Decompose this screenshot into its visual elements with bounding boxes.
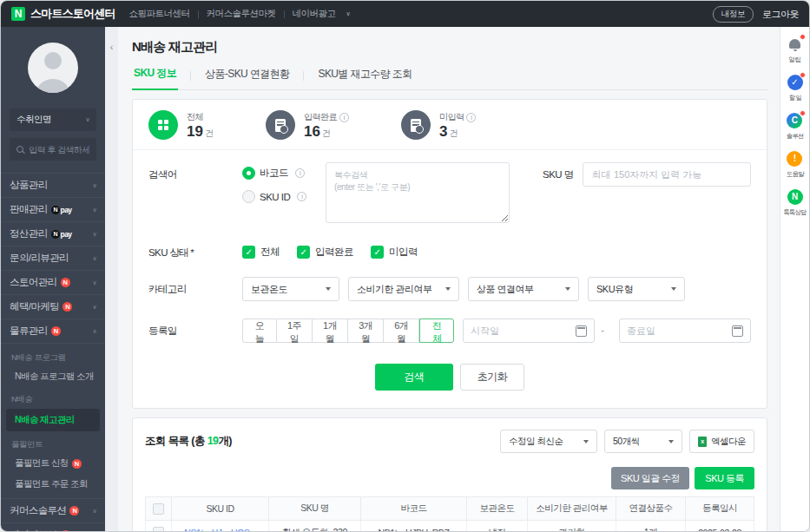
select-expiry-mgmt[interactable]: 소비기한 관리여부 xyxy=(348,277,459,301)
sidebar-item-benefit-marketing[interactable]: 혜택/마케팅 ∨ xyxy=(1,294,105,319)
calendar-icon[interactable] xyxy=(576,325,587,337)
checkbox-entered[interactable]: 입력완료 xyxy=(297,246,353,259)
sidebar-search-input[interactable] xyxy=(29,145,89,154)
info-icon[interactable] xyxy=(466,113,476,122)
my-info-button[interactable]: 내정보 xyxy=(713,6,754,23)
chevron-down-icon: ∨ xyxy=(92,255,96,262)
top-link-naver-ad[interactable]: 네이버광고 xyxy=(293,8,336,20)
select-storage-temp[interactable]: 보관온도 xyxy=(242,277,339,301)
select-sku-type[interactable]: SKU유형 xyxy=(588,277,685,301)
new-badge xyxy=(61,530,70,531)
excel-download-button[interactable]: 엑셀다운 xyxy=(689,430,754,453)
tab-sku-info[interactable]: SKU 정보 xyxy=(132,66,178,90)
checkbox-all[interactable]: 전체 xyxy=(242,246,280,259)
rail-item-help[interactable]: ! 도움말 xyxy=(786,150,805,179)
info-icon[interactable] xyxy=(295,168,305,178)
search-button[interactable]: 검색 xyxy=(375,364,453,391)
top-link-shopping-partner[interactable]: 쇼핑파트너센터 xyxy=(129,8,190,20)
checked-icon xyxy=(297,246,310,259)
date-range-segment: 오늘 1주일 1개월 3개월 6개월 전체 xyxy=(242,319,454,343)
chevron-up-icon: ∧ xyxy=(92,328,96,335)
range-1week-button[interactable]: 1주일 xyxy=(277,319,313,343)
naver-logo-icon[interactable]: N xyxy=(11,7,25,21)
select-all-checkbox[interactable] xyxy=(153,503,164,515)
top-nav: 쇼핑파트너센터 커머스솔루션마켓 네이버광고 ∨ xyxy=(129,8,351,20)
results-table-wrap: SKU ID SKU 명 바코드 보관온도 소비기한 관리여부 연결상품수 등록… xyxy=(133,496,767,531)
info-icon[interactable] xyxy=(339,113,349,122)
bell-icon xyxy=(789,39,800,49)
radio-sku-id[interactable]: SKU ID xyxy=(242,190,326,203)
sidebar-item-logistics-mgmt[interactable]: 물류관리 ∧ xyxy=(1,319,105,343)
range-3month-button[interactable]: 3개월 xyxy=(348,319,384,343)
end-date-input[interactable] xyxy=(627,325,732,336)
start-date-field[interactable] xyxy=(463,319,595,343)
sidebar-item-inquiry-review[interactable]: 문의/리뷰관리 ∨ xyxy=(1,246,105,270)
avatar-body xyxy=(36,79,69,93)
sidebar-item-data-analysis[interactable]: 데이터분석 ∨ xyxy=(1,522,105,531)
tab-product-sku-link[interactable]: 상품-SKU 연결현황 xyxy=(203,67,291,89)
sidebar-search[interactable] xyxy=(10,138,96,161)
sidebar-item-ndelivery-intro[interactable]: N배송 프로그램 소개 xyxy=(1,366,105,387)
divider xyxy=(303,71,304,81)
row-checkbox[interactable] xyxy=(153,527,164,531)
sidebar-item-store-mgmt[interactable]: 스토어관리 ∨ xyxy=(1,270,105,294)
sidebar-item-ndelivery-inventory[interactable]: N배송 재고관리 xyxy=(6,409,100,431)
sku-name-input[interactable] xyxy=(583,162,751,187)
recipient-select[interactable]: 수취인명 ∨ xyxy=(10,108,96,131)
sidebar-item-settlement-mgmt[interactable]: 정산관리 ∨ xyxy=(1,221,105,246)
checked-icon xyxy=(242,246,255,259)
radio-barcode[interactable]: 바코드 xyxy=(242,167,326,180)
rail-item-todo[interactable]: ✓ 할 일 xyxy=(787,74,803,102)
results-title: 조회 목록 (총 19개) xyxy=(145,434,232,449)
table-header-row: SKU ID SKU 명 바코드 보관온도 소비기한 관리여부 연결상품수 등록… xyxy=(146,497,754,521)
chevron-down-icon: ∨ xyxy=(92,304,96,311)
stat-entered: 입력완료 16건 xyxy=(266,110,349,140)
reset-button[interactable]: 초기화 xyxy=(460,364,524,391)
top-link-commerce-solution[interactable]: 커머스솔루션마켓 xyxy=(207,8,276,20)
logout-button[interactable]: 로그아웃 xyxy=(762,8,799,21)
rail-item-talk[interactable]: N 톡톡상담 xyxy=(782,188,807,217)
col-storage-temp: 보관온도 xyxy=(467,497,528,521)
range-today-button[interactable]: 오늘 xyxy=(242,319,277,343)
help-icon: ! xyxy=(787,151,802,167)
sidebar-item-fulfillment-orders[interactable]: 풀필먼트 주문 조회 xyxy=(1,474,105,495)
sku-id-link[interactable]: NS1txyHJuvUGSw xyxy=(172,521,269,532)
col-linked-count: 연결상품수 xyxy=(616,497,686,521)
calendar-icon[interactable] xyxy=(732,325,743,337)
chevron-down-icon: ∨ xyxy=(85,116,89,123)
start-date-input[interactable] xyxy=(471,325,576,336)
sku-bulk-edit-button[interactable]: SKU 일괄 수정 xyxy=(611,467,689,489)
end-date-field[interactable] xyxy=(619,319,751,343)
results-card: 조회 목록 (총 19개) 수정일 최신순 50개씩 엑셀다운 SKU 일괄 수… xyxy=(132,417,767,531)
avatar[interactable] xyxy=(1,27,105,107)
notification-badge xyxy=(800,72,806,78)
range-6month-button[interactable]: 6개월 xyxy=(384,319,419,343)
page-size-select[interactable]: 50개씩 xyxy=(604,430,682,453)
select-product-link[interactable]: 상품 연결여부 xyxy=(468,277,579,301)
checkbox-not-entered[interactable]: 미입력 xyxy=(371,246,418,259)
range-1month-button[interactable]: 1개월 xyxy=(313,319,348,343)
sidebar-item-commerce-solution[interactable]: 커머스솔루션 ∨ xyxy=(1,498,105,522)
rail-item-notifications[interactable]: 알림 xyxy=(787,36,803,64)
range-all-button[interactable]: 전체 xyxy=(419,319,454,343)
info-icon[interactable] xyxy=(297,192,306,201)
chevron-down-icon xyxy=(668,440,674,443)
sort-select[interactable]: 수정일 최신순 xyxy=(500,430,597,453)
status-row: SKU 상태* 전체 입력완료 미입력 xyxy=(148,232,751,268)
right-icon-rail: 알림 ✓ 할 일 C 솔루션 ! 도움말 N 톡톡상담 xyxy=(780,27,809,531)
brand-title[interactable]: 스마트스토어센터 xyxy=(30,6,115,22)
sidebar-item-fulfillment-apply[interactable]: 풀필먼트 신청 xyxy=(1,453,105,474)
chevron-down-icon xyxy=(326,287,331,291)
chevron-down-icon: ∨ xyxy=(92,508,96,515)
divider xyxy=(190,71,191,81)
multi-search-textarea[interactable] xyxy=(326,162,510,223)
talk-n-icon: N xyxy=(787,189,803,205)
checked-icon xyxy=(371,246,384,259)
page-title: N배송 재고관리 xyxy=(132,39,767,56)
tab-sku-stock-lookup[interactable]: SKU별 재고수량 조회 xyxy=(316,67,413,89)
sidebar-item-sales-mgmt[interactable]: 판매관리 ∨ xyxy=(1,197,105,221)
sku-register-button[interactable]: SKU 등록 xyxy=(695,467,754,489)
sidebar-collapse-button[interactable]: ‹ xyxy=(105,37,118,56)
sidebar-item-product-mgmt[interactable]: 상품관리 ∨ xyxy=(1,173,105,197)
rail-item-solution[interactable]: C 솔루션 xyxy=(786,112,805,141)
